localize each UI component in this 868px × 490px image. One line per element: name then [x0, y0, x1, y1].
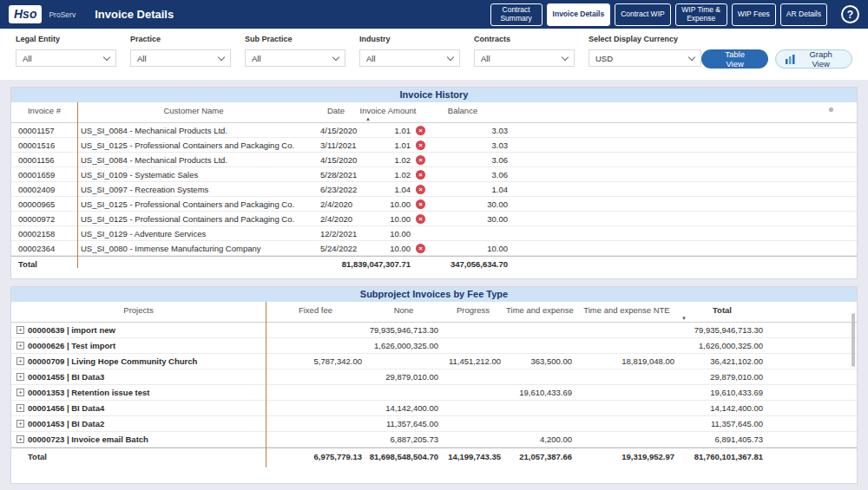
col-none[interactable]: None: [365, 305, 442, 315]
total-time-and-expense-nte: 19,319,952.97: [575, 452, 678, 461]
project-name: 00000709 | Living Hope Community Church: [28, 356, 197, 366]
invoice-balance: ×30.00: [414, 199, 511, 209]
scrollbar-thumb[interactable]: [852, 313, 855, 367]
invoice-balance: ×3.06: [414, 170, 511, 180]
graph-view-button[interactable]: Graph View: [775, 49, 852, 69]
balance-value: 30.00: [487, 199, 508, 209]
col-projects[interactable]: Projects: [11, 305, 266, 315]
overdue-icon: ×: [416, 126, 425, 135]
col-time-and-expense[interactable]: Time and expense: [504, 305, 575, 315]
fixed-fee-value: 5,787,342.00: [266, 356, 365, 366]
invoice-amount: 1.01: [362, 126, 414, 135]
tab-contract-wip[interactable]: Contract WIP: [615, 3, 671, 26]
invoice-history-panel: Invoice History Invoice # Customer Name …: [10, 87, 858, 279]
table-view-button[interactable]: Table View: [701, 49, 768, 69]
filter-select-legal-entity[interactable]: All: [16, 49, 116, 67]
filter-sub-practice: Sub PracticeAll: [245, 35, 345, 67]
scrollbar-thumb[interactable]: [829, 108, 833, 112]
expand-icon[interactable]: +: [16, 326, 24, 334]
balance-value: 10.00: [487, 244, 508, 253]
invoice-row[interactable]: 00001659US_SI_0109 - Systematic Sales5/2…: [11, 167, 857, 182]
expand-icon[interactable]: +: [16, 435, 24, 443]
project-row[interactable]: +00001453 | BI Data211,357,645.0011,357,…: [11, 416, 857, 432]
project-row[interactable]: +00000626 | Test import1,626,000,325.001…: [11, 338, 857, 354]
filter-select-sub-practice[interactable]: All: [245, 49, 345, 67]
expand-icon[interactable]: +: [16, 342, 24, 350]
chevron-down-icon: [562, 53, 569, 60]
project-row[interactable]: +00000639 | import new79,935,946,713.307…: [11, 323, 857, 338]
tab-contract-summary[interactable]: Contract Summary: [490, 3, 542, 26]
col-progress[interactable]: Progress: [442, 305, 504, 315]
filter-select-industry[interactable]: All: [359, 49, 460, 67]
project-name: 00001353 | Retention issue test: [28, 388, 149, 397]
project-row[interactable]: +00000723 | Invoice email Batch6,887,205…: [11, 432, 857, 448]
invoice-history-total-row: Total 81,839,047,307.71 347,056,634.70: [11, 256, 857, 271]
expand-icon[interactable]: +: [16, 420, 24, 428]
project-name: 00000723 | Invoice email Batch: [28, 434, 148, 444]
invoice-row[interactable]: 00000965US_SI_0125 - Professional Contai…: [11, 197, 857, 212]
invoice-row[interactable]: 00001156US_SI_0084 - Mechanical Products…: [11, 153, 857, 167]
time-and-expense-value: 4,200.00: [504, 434, 575, 444]
col-date[interactable]: Date: [310, 106, 362, 115]
total-fixed-fee: 6,975,779.13: [266, 452, 365, 461]
main-content: Invoice History Invoice # Customer Name …: [0, 80, 868, 484]
tab-invoice-details[interactable]: Invoice Details: [547, 3, 611, 26]
expand-icon[interactable]: +: [16, 357, 24, 365]
invoice-amount: 10.00: [362, 229, 414, 238]
invoice-amount: 1.02: [362, 155, 414, 165]
filter-select-select-display-currency[interactable]: USD: [589, 49, 701, 67]
invoice-row[interactable]: 00002364US_SI_0080 - Immense Manufacturi…: [11, 241, 857, 256]
none-value: 11,357,645.00: [365, 419, 442, 428]
expand-icon[interactable]: +: [16, 389, 24, 396]
invoice-amount: 10.00: [362, 244, 414, 253]
col-balance[interactable]: Balance: [414, 106, 511, 115]
invoice-balance: ×10.00: [414, 244, 511, 253]
filter-contracts: ContractsAll: [474, 35, 575, 67]
help-icon[interactable]: ?: [841, 5, 859, 23]
tab-wip-time-expense[interactable]: WIP Time & Expense: [675, 3, 727, 26]
navbar: Hso ProServ Invoice Details Contract Sum…: [0, 0, 868, 29]
col-fixed-fee[interactable]: Fixed fee: [266, 305, 365, 315]
col-customer-name[interactable]: Customer Name: [77, 106, 310, 115]
total-none: 81,698,548,504.70: [365, 452, 442, 461]
invoice-row[interactable]: 00001157US_SI_0084 - Mechanical Products…: [11, 123, 857, 138]
subproject-total-row: Total 6,975,779.13 81,698,548,504.70 14,…: [11, 448, 857, 465]
filter-select-practice[interactable]: All: [130, 49, 231, 67]
expand-icon[interactable]: +: [16, 404, 24, 412]
invoice-row[interactable]: 00000972US_SI_0125 - Professional Contai…: [11, 212, 857, 226]
col-invoice-number[interactable]: Invoice #: [11, 106, 77, 115]
tab-ar-details[interactable]: AR Details: [780, 3, 827, 26]
expand-icon[interactable]: +: [16, 373, 24, 381]
total-value: 14,142,400.00: [678, 403, 766, 413]
tab-wip-fees[interactable]: WIP Fees: [732, 3, 776, 26]
customer-name: US_SI_0084 - Mechanical Products Ltd.: [77, 155, 310, 165]
filter-label: Legal Entity: [16, 35, 116, 43]
invoice-row[interactable]: 00001516US_SI_0125 - Professional Contai…: [11, 138, 857, 153]
invoice-date: 2/4/2020: [310, 199, 362, 209]
invoice-row[interactable]: 00002409US_SI_0097 - Recreation Systems6…: [11, 182, 857, 197]
overdue-icon: ×: [416, 214, 425, 224]
filter-select-contracts[interactable]: All: [474, 49, 575, 67]
invoice-history-body: 00001157US_SI_0084 - Mechanical Products…: [11, 123, 857, 256]
chevron-down-icon: [218, 53, 225, 60]
project-row[interactable]: +00001455 | BI Data329,879,010.0029,879,…: [11, 369, 857, 385]
project-row[interactable]: +00001456 | BI Data414,142,400.0014,142,…: [11, 401, 857, 416]
project-name: 00000639 | import new: [28, 325, 115, 335]
col-time-and-expense-nte[interactable]: Time and expense NTE: [575, 305, 678, 315]
col-invoice-amount[interactable]: Invoice Amount ▲: [362, 106, 414, 122]
filter-label: Industry: [359, 35, 460, 43]
project-row[interactable]: +00000709 | Living Hope Community Church…: [11, 354, 857, 369]
invoice-row[interactable]: 00002158US_SI_0129 - Adventure Services1…: [11, 226, 857, 241]
invoice-date: 12/2/2021: [310, 229, 362, 238]
invoice-date: 2/4/2020: [310, 214, 362, 224]
page-title: Invoice Details: [95, 8, 174, 21]
filter-value: USD: [595, 54, 613, 63]
project-name: 00000626 | Test import: [28, 341, 115, 350]
invoice-balance: ×3.06: [414, 155, 511, 165]
col-total[interactable]: Total ▼: [678, 305, 766, 322]
project-name: 00001456 | BI Data4: [28, 403, 104, 413]
overdue-icon: ×: [416, 140, 425, 150]
project-row[interactable]: +00001353 | Retention issue test19,610,4…: [11, 385, 857, 401]
project-name: 00001453 | BI Data2: [28, 419, 104, 428]
project-cell: +00000639 | import new: [11, 325, 266, 335]
